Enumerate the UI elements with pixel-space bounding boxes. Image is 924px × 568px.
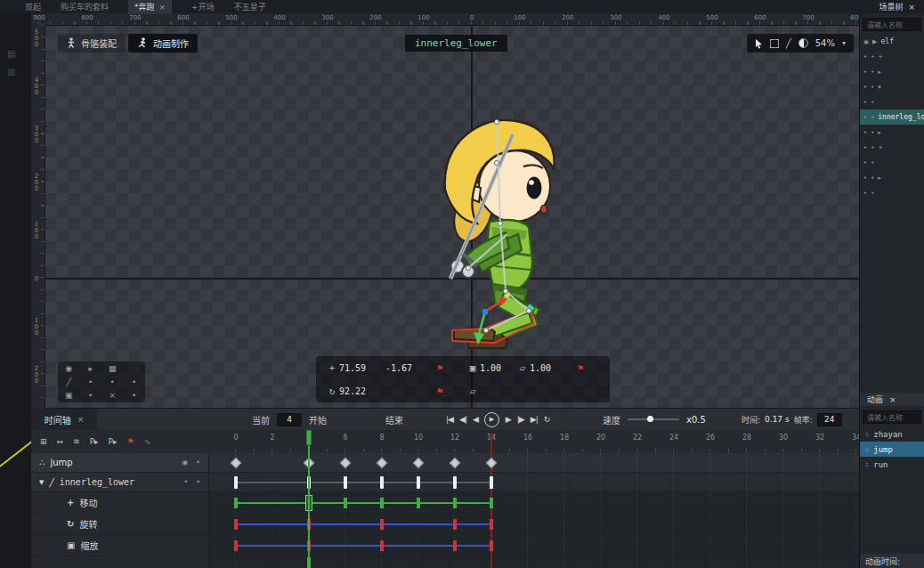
animation-viewport[interactable]: 骨骼装配动画制作 innerleg_lower ╱ 54% ▾ + 71.59 … [45,25,859,410]
speed-slider[interactable] [628,418,679,420]
expand-icon[interactable]: • [871,114,874,121]
tab-close-icon[interactable]: × [159,3,166,12]
remove-keyframe-icon[interactable]: P▸ [109,437,118,446]
scale-keyframe-flag-icon[interactable]: ⚑ [565,362,596,374]
animation-time-header[interactable]: 动画时间: [860,554,924,568]
keyframe[interactable] [380,540,384,551]
keyframe[interactable] [453,519,457,530]
keyframe[interactable] [490,540,493,551]
editor-tab[interactable]: 不五星子 [234,1,266,12]
rotation-keyframe-flag-icon[interactable]: ⚑ [425,385,455,397]
speed-slider-knob[interactable] [647,416,653,422]
visibility-icon[interactable]: • [863,129,867,136]
skip-to-end-button[interactable]: ▶| [531,415,538,424]
curve-editor-icon[interactable]: ∿ [144,437,151,446]
scale-x-value[interactable]: 1.00 [480,363,515,373]
visibility-icon[interactable]: • [863,114,867,121]
lock-icon[interactable]: • [196,458,200,467]
editor-tab[interactable]: 购买车的套料 [61,1,109,12]
scene-tree-item[interactable]: ◉▶elf [860,34,924,49]
scene-tree-item[interactable]: ••▸ [860,64,924,79]
editor-tab[interactable]: 双起 [25,1,41,12]
scene-tree-item[interactable]: ••+ [860,140,924,155]
gizmo-toggle-icon[interactable]: • [132,377,136,386]
gizmo-toggle-icon[interactable]: • [110,377,115,386]
position-y-value[interactable]: -1.67 [385,363,425,373]
playhead[interactable] [308,434,310,568]
keyframe[interactable] [231,457,242,468]
expand-icon[interactable]: • [871,190,874,197]
fps-input[interactable]: 24 [817,413,842,426]
gizmo-toggle-icon[interactable]: ▦ [109,364,117,373]
rotation-value[interactable]: 92.22 [339,386,385,396]
keyframe[interactable] [453,540,457,551]
marquee-tool-icon[interactable] [770,39,779,48]
track-label[interactable]: ▣缩放 [31,535,209,556]
scene-tree-item[interactable]: ••+ [860,49,924,64]
timeline-ruler[interactable]: ⊞↔≋P▸P▸⚑∿ 024681012141618202224262830323… [31,430,859,454]
keyframe[interactable] [486,457,498,468]
gizmo-toggle-icon[interactable]: ╱ [67,377,71,386]
track-lane[interactable] [209,453,859,473]
expand-icon[interactable]: • [871,69,874,76]
gizmo-toggle-icon[interactable]: • [132,391,136,400]
step-forward-button[interactable]: ▶ [506,415,511,424]
expand-icon[interactable]: • [871,159,874,166]
loop-button[interactable]: ↻ [544,415,550,424]
rig-mode-button[interactable]: 骨骼装配 [58,34,126,53]
keyframe[interactable] [234,519,238,530]
flag-keyframe-icon[interactable]: ⚑ [127,437,134,446]
gizmo-toggle-icon[interactable]: × [109,391,116,400]
visibility-icon[interactable]: • [863,69,867,76]
keyframe[interactable] [450,457,461,468]
animation-mode-button[interactable]: 动画制作 [128,34,198,53]
animation-panel-header[interactable]: 动画 × [860,393,924,406]
keyframe[interactable] [234,476,238,489]
keyframe[interactable] [417,476,420,489]
keyframe[interactable] [490,476,493,489]
keyframe[interactable] [490,498,493,508]
track-lane[interactable] [209,473,859,492]
expand-icon[interactable]: • [871,144,874,151]
animation-item[interactable]: ∴run [860,457,924,472]
visibility-icon[interactable]: ◉ [863,38,869,45]
animation-item[interactable]: ∴jump [860,442,924,457]
collapse-icon[interactable]: ▼ [39,479,44,486]
keyframe[interactable] [417,498,420,508]
gizmo-toggle-icon[interactable]: ▸ [88,364,93,373]
scene-tree-tab-close-icon[interactable]: × [908,3,915,12]
scene-tree-item[interactable]: •• [860,155,924,170]
lock-icon[interactable]: • [196,478,200,486]
visibility-icon[interactable]: • [184,478,189,486]
scene-tree-item[interactable]: •• [860,185,924,200]
gizmo-toggle-icon[interactable]: • [88,391,93,400]
visibility-icon[interactable]: ◉ [182,458,188,467]
zoom-level-value[interactable]: 54% [815,38,835,48]
keyframe[interactable] [380,519,384,530]
gizmo-toggle-icon[interactable]: • [88,377,93,386]
scene-tree-panel-tab[interactable]: 场景树 × [879,0,915,13]
visibility-icon[interactable]: • [863,174,867,182]
keyframe[interactable] [380,476,384,489]
visibility-icon[interactable]: • [863,53,867,61]
timeline-tab[interactable]: 时间轴 × [31,409,97,430]
expand-icon[interactable]: • [871,84,874,91]
animation-search-input[interactable]: 请输入名称 [863,410,921,424]
track-label[interactable]: ▼╱innerleg_lower•• [31,473,209,492]
position-x-value[interactable]: 71.59 [339,363,385,373]
play-button[interactable]: ▶ [484,412,499,427]
dock-icon[interactable]: ▥ [7,67,15,77]
expand-icon[interactable]: • [871,99,874,106]
expand-icon[interactable]: ▶ [872,38,877,45]
track-label[interactable]: +移动 [31,492,209,514]
timeline-tab-close-icon[interactable]: × [77,415,85,424]
track-label[interactable]: ↻旋转 [31,514,209,535]
scene-tree-item[interactable]: ••▸ [860,170,924,185]
caret-down-icon[interactable]: ▾ [842,39,846,47]
gizmo-toggle-icon[interactable]: ◉ [65,364,72,373]
track-lane[interactable] [209,535,859,556]
prev-keyframe-button[interactable]: ◀| [459,415,466,424]
current-frame-input[interactable]: 4 [277,413,302,426]
visibility-icon[interactable]: • [863,84,867,91]
keyframe[interactable] [344,476,347,489]
